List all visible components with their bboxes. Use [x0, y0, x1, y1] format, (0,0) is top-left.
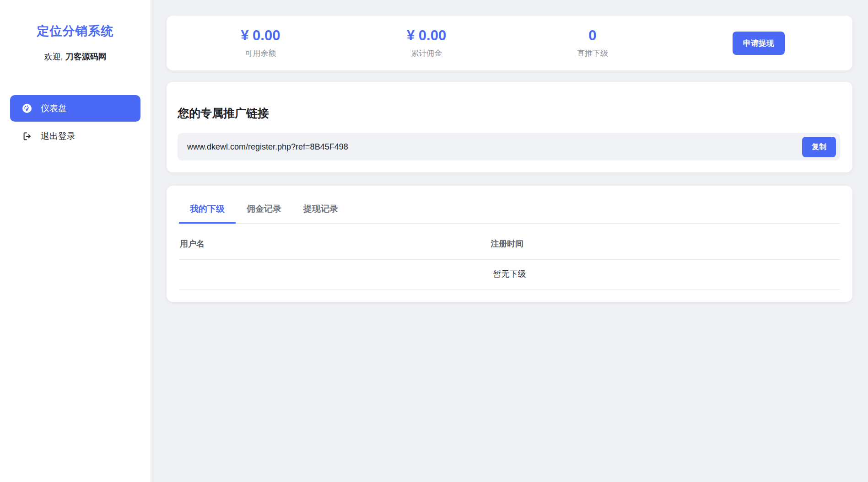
- column-header-register-time: 注册时间: [490, 224, 840, 260]
- stat-value: ¥ 0.00: [344, 27, 510, 44]
- sidebar-item-logout[interactable]: 退出登录: [10, 125, 140, 147]
- tab-commission-records[interactable]: 佣金记录: [236, 198, 292, 224]
- welcome-prefix: 欢迎,: [44, 52, 63, 61]
- records-card: 我的下级 佣金记录 提现记录 用户名 注册时间 暂无下级: [167, 186, 852, 302]
- tab-withdrawal-records[interactable]: 提现记录: [292, 198, 349, 224]
- promo-title: 您的专属推广链接: [178, 106, 840, 121]
- welcome-username: 刀客源码网: [65, 52, 107, 61]
- stat-total-commission: ¥ 0.00 累计佣金: [344, 27, 510, 59]
- sidebar-item-dashboard[interactable]: 仪表盘: [10, 95, 140, 122]
- records-tabs: 我的下级 佣金记录 提现记录: [179, 198, 840, 224]
- promo-card: 您的专属推广链接 www.dkewl.com/register.php?ref=…: [167, 82, 852, 172]
- sidebar-item-label: 仪表盘: [41, 102, 67, 114]
- sidebar: 定位分销系统 欢迎,刀客源码网 仪表盘: [0, 0, 151, 482]
- referral-link-bar[interactable]: www.dkewl.com/register.php?ref=8B45F498 …: [178, 133, 840, 161]
- logout-icon: [22, 131, 32, 142]
- column-header-username: 用户名: [179, 224, 490, 260]
- table-header-row: 用户名 注册时间: [179, 224, 840, 260]
- stat-available-balance: ¥ 0.00 可用余额: [178, 27, 344, 59]
- referral-link[interactable]: www.dkewl.com/register.php?ref=8B45F498: [187, 142, 802, 152]
- stat-value: 0: [510, 27, 676, 44]
- main-content: ¥ 0.00 可用余额 ¥ 0.00 累计佣金 0 直推下级 申请提现 您的专属…: [151, 0, 868, 482]
- stat-label: 直推下级: [510, 48, 676, 59]
- stat-direct-referrals: 0 直推下级: [510, 27, 676, 59]
- stats-card: ¥ 0.00 可用余额 ¥ 0.00 累计佣金 0 直推下级 申请提现: [167, 16, 852, 70]
- sidebar-item-label: 退出登录: [41, 130, 75, 142]
- tab-my-referrals[interactable]: 我的下级: [179, 198, 236, 224]
- dashboard-icon: [22, 103, 32, 114]
- copy-button[interactable]: 复制: [802, 137, 836, 157]
- app-layout: 定位分销系统 欢迎,刀客源码网 仪表盘: [0, 0, 868, 482]
- empty-state-text: 暂无下级: [179, 260, 840, 289]
- withdraw-cell: 申请提现: [675, 32, 841, 55]
- stat-label: 累计佣金: [344, 48, 510, 59]
- welcome-text: 欢迎,刀客源码网: [0, 51, 151, 62]
- withdraw-button[interactable]: 申请提现: [733, 32, 785, 55]
- referrals-table: 用户名 注册时间 暂无下级: [179, 224, 840, 289]
- stat-label: 可用余额: [178, 48, 344, 59]
- sidebar-menu: 仪表盘 退出登录: [0, 95, 151, 147]
- stat-value: ¥ 0.00: [178, 27, 344, 44]
- app-title: 定位分销系统: [0, 23, 151, 39]
- table-empty-row: 暂无下级: [179, 260, 840, 289]
